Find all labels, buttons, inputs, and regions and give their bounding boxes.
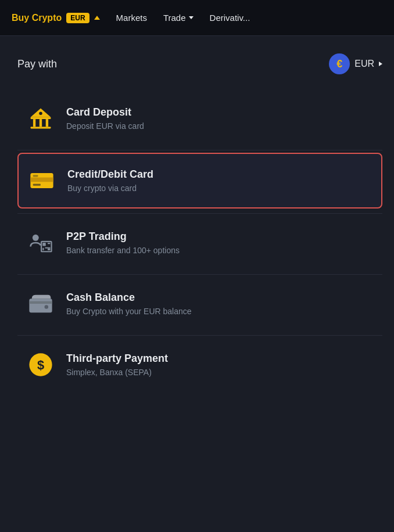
p2p-trading-text: P2P Trading Bank transfer and 100+ optio… (66, 231, 180, 255)
derivatives-nav-item[interactable]: Derivativ... (210, 13, 250, 23)
cash-balance-subtitle: Buy Crypto with your EUR balance (66, 307, 192, 316)
svg-point-6 (39, 112, 42, 115)
cash-balance-text: Cash Balance Buy Crypto with your EUR ba… (66, 292, 192, 316)
divider-2 (17, 213, 382, 214)
cash-balance-option[interactable]: Cash Balance Buy Crypto with your EUR ba… (17, 277, 382, 330)
svg-rect-8 (30, 178, 53, 182)
divider-1 (17, 150, 382, 150)
svg-text:$: $ (37, 358, 44, 372)
divider-3 (17, 274, 382, 275)
third-party-payment-title: Third-party Payment (66, 353, 168, 365)
p2p-icon (27, 229, 55, 257)
divider-4 (17, 335, 382, 336)
markets-nav-item[interactable]: Markets (116, 13, 147, 23)
svg-rect-18 (29, 299, 52, 312)
svg-rect-4 (31, 127, 51, 128)
svg-rect-13 (42, 243, 45, 246)
svg-rect-17 (48, 249, 50, 250)
credit-debit-card-subtitle: Buy crypto via card (67, 184, 153, 193)
derivatives-label: Derivativ... (210, 13, 250, 23)
eur-icon: € (329, 53, 350, 74)
card-icon (28, 167, 56, 195)
third-party-payment-option[interactable]: $ Third-party Payment Simplex, Banxa (SE… (17, 338, 382, 391)
buy-crypto-button[interactable]: Buy Crypto EUR (12, 13, 100, 23)
eur-badge: EUR (66, 13, 89, 23)
chevron-down-icon (189, 16, 194, 19)
dollar-icon: $ (27, 351, 55, 379)
svg-rect-9 (33, 184, 41, 185)
svg-rect-15 (42, 248, 44, 250)
svg-rect-10 (33, 175, 38, 177)
card-deposit-option[interactable]: Card Deposit Deposit EUR via card (17, 92, 382, 145)
top-nav: Buy Crypto EUR Markets Trade Derivativ..… (0, 0, 394, 36)
cash-balance-title: Cash Balance (66, 292, 192, 304)
pay-with-label: Pay with (17, 58, 57, 70)
svg-rect-0 (31, 117, 51, 119)
svg-rect-3 (46, 119, 48, 127)
third-party-payment-subtitle: Simplex, Banxa (SEPA) (66, 368, 168, 377)
pay-with-header: Pay with € EUR (17, 53, 382, 74)
trade-nav-item[interactable]: Trade (163, 13, 194, 23)
bank-icon (27, 105, 55, 132)
currency-label: EUR (354, 59, 374, 69)
p2p-trading-subtitle: Bank transfer and 100+ options (66, 246, 180, 255)
card-deposit-text: Card Deposit Deposit EUR via card (66, 106, 144, 131)
markets-label: Markets (116, 13, 147, 23)
p2p-trading-title: P2P Trading (66, 231, 180, 243)
credit-debit-card-text: Credit/Debit Card Buy crypto via card (67, 168, 153, 193)
svg-point-11 (33, 235, 39, 241)
currency-selector[interactable]: € EUR (329, 53, 382, 74)
svg-rect-1 (33, 119, 35, 127)
arrow-up-icon (94, 16, 100, 20)
p2p-trading-option[interactable]: P2P Trading Bank transfer and 100+ optio… (17, 216, 382, 269)
wallet-icon (27, 290, 55, 318)
chevron-right-icon (379, 62, 382, 66)
svg-rect-16 (45, 247, 51, 249)
svg-rect-14 (48, 243, 50, 244)
third-party-payment-text: Third-party Payment Simplex, Banxa (SEPA… (66, 353, 168, 377)
trade-label: Trade (163, 13, 186, 23)
card-deposit-title: Card Deposit (66, 106, 144, 118)
svg-point-20 (45, 305, 49, 309)
main-content: Pay with € EUR Card Deposit Depo (0, 36, 394, 408)
svg-rect-19 (29, 301, 52, 304)
credit-debit-card-option[interactable]: Credit/Debit Card Buy crypto via card (17, 153, 382, 209)
svg-rect-2 (40, 119, 42, 127)
card-deposit-subtitle: Deposit EUR via card (66, 121, 144, 131)
credit-debit-card-title: Credit/Debit Card (67, 168, 153, 181)
buy-crypto-label: Buy Crypto (12, 13, 62, 23)
